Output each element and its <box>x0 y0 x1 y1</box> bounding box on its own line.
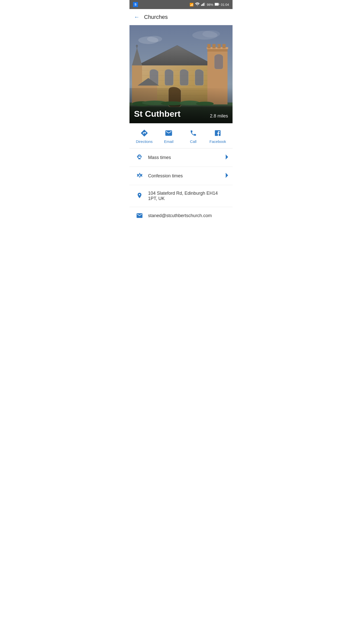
mass-times-item[interactable]: Mass times <box>129 148 233 167</box>
facebook-icon <box>214 129 221 137</box>
top-bar: ← Churches <box>129 9 233 25</box>
call-button[interactable]: Call <box>181 129 206 144</box>
location-icon <box>134 192 145 200</box>
directions-label: Directions <box>136 139 153 144</box>
call-icon <box>190 129 197 137</box>
svg-rect-4 <box>204 3 205 6</box>
action-row: Directions Email Call Facebook <box>129 123 233 148</box>
svg-rect-0 <box>201 5 202 6</box>
mass-times-label: Mass times <box>148 155 225 160</box>
email-row-icon <box>134 213 145 219</box>
svg-point-12 <box>202 30 220 37</box>
call-label: Call <box>190 139 197 144</box>
hero-image: St Cuthbert 2.8 miles <box>129 25 233 123</box>
svg-rect-7 <box>219 4 219 5</box>
church-name: St Cuthbert <box>134 109 180 119</box>
facebook-button[interactable]: Facebook <box>206 129 230 144</box>
distance-badge: 2.8 miles <box>210 113 228 119</box>
address-item: 104 Slateford Rd, Edinburgh EH14 1PT, UK <box>129 185 233 207</box>
email-icon <box>165 129 173 137</box>
facebook-label: Facebook <box>209 139 226 144</box>
email-button[interactable]: Email <box>157 129 181 144</box>
cross-scissors-icon <box>134 172 145 179</box>
confession-times-item[interactable]: Confession times <box>129 167 233 185</box>
svg-rect-38 <box>136 46 138 47</box>
mass-times-chevron <box>225 155 228 160</box>
page-title: Churches <box>144 14 168 20</box>
back-button[interactable]: ← <box>134 14 140 20</box>
wifi-icon <box>195 3 200 7</box>
svg-rect-37 <box>137 45 138 48</box>
hero-overlay: St Cuthbert 2.8 miles <box>129 104 233 123</box>
battery-icon <box>215 3 219 7</box>
status-left: S <box>133 2 138 7</box>
svg-rect-30 <box>212 44 216 49</box>
battery-percentage: 98% <box>207 3 213 7</box>
list-section: Mass times Confession times <box>129 148 233 224</box>
svg-rect-2 <box>203 3 203 6</box>
svg-rect-1 <box>202 4 203 6</box>
svg-rect-6 <box>215 3 218 5</box>
status-right: 📶 98% 01:04 <box>190 3 229 7</box>
app-logo: S <box>133 2 138 7</box>
time-display: 01:04 <box>221 3 229 7</box>
svg-point-49 <box>139 155 140 156</box>
address-text: 104 Slateford Rd, Edinburgh EH14 1PT, UK <box>148 191 228 201</box>
chalice-icon <box>134 154 145 161</box>
svg-point-10 <box>147 36 162 42</box>
signal-icon <box>201 3 205 7</box>
svg-rect-34 <box>216 46 219 47</box>
svg-rect-32 <box>222 44 226 49</box>
status-bar: S 📶 98% 01:04 <box>129 0 233 9</box>
bluetooth-icon: 📶 <box>190 3 194 7</box>
email-label: Email <box>164 139 173 144</box>
directions-icon <box>140 129 148 137</box>
svg-rect-3 <box>204 3 204 6</box>
email-item[interactable]: staned@stcuthbertschurch.com <box>129 207 233 224</box>
confession-times-label: Confession times <box>148 173 225 179</box>
email-address-text: staned@stcuthbertschurch.com <box>148 213 228 218</box>
directions-button[interactable]: Directions <box>132 129 157 144</box>
svg-rect-29 <box>207 44 211 49</box>
confession-times-chevron <box>225 173 228 179</box>
